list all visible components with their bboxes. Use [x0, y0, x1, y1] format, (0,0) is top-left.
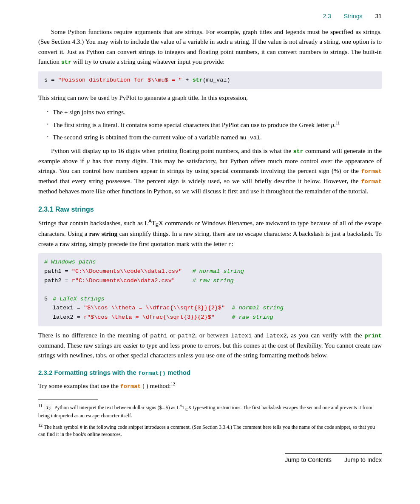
bullet-item-1: The + sign joins two strings.: [47, 108, 382, 117]
code-block-2: # Windows paths path1 = "C:\\Documents\\…: [38, 253, 382, 326]
after-code1-paragraph: This string can now be used by PyPlot to…: [38, 93, 382, 103]
code-line-comment-windows: # Windows paths: [44, 258, 376, 267]
header-section: 2.3: [323, 13, 331, 20]
format-intro-paragraph: Try some examples that use the format ( …: [38, 381, 382, 391]
bullet-item-2: The first string is a literal. It contai…: [47, 120, 382, 130]
code-line-path2: path2 = r"C:\Documents\code\data2.csv" #…: [44, 276, 376, 286]
code-line-latex1: latex1 = "$\\cos \\theta = \\dfrac{\\sqr…: [53, 303, 376, 313]
header-page-number: 31: [375, 13, 382, 20]
raw-strings-paragraph: Strings that contain backslashes, such a…: [38, 218, 382, 249]
intro-paragraph: Some Python functions require arguments …: [38, 27, 382, 67]
section-232-heading: 2.3.2 Formatting strings with the format…: [38, 369, 382, 377]
section-231-heading: 2.3.1 Raw strings: [38, 206, 382, 213]
footer-nav: Jump to Contents Jump to Index: [285, 453, 382, 463]
footnote-11: 11 T2 Python will interpret the text bet…: [38, 403, 382, 420]
mu-val-code: mu_val: [239, 135, 260, 141]
print-kw: print: [364, 333, 382, 339]
footnote-divider: [38, 399, 98, 399]
code-line-1: s = "Poisson distribution for $\\mu$ = "…: [44, 77, 230, 83]
code-block-1: s = "Poisson distribution for $\\mu$ = "…: [38, 71, 382, 89]
bullet-item-3: The second string is obtained from the c…: [47, 133, 382, 143]
paragraph-2: Python will display up to 16 digits when…: [38, 146, 382, 196]
header-section-label: Strings: [344, 13, 363, 20]
str-keyword: str: [61, 59, 71, 65]
format-method-code: format(): [138, 370, 166, 377]
jump-to-index[interactable]: Jump to Index: [344, 456, 382, 463]
code-line-comment-latex: 5 # LaTeX strings: [44, 294, 376, 304]
format-bold-code: format: [120, 383, 141, 390]
footnote-12: 12 The hash symbol # in the following co…: [38, 422, 382, 439]
code-line-path1: path1 = "C:\\Documents\\code\\data1.csv"…: [44, 267, 376, 276]
after-code2-paragraph: There is no difference in the meaning of…: [38, 331, 382, 360]
page-header: 2.3 Strings 31: [38, 13, 382, 20]
bullet-list: The + sign joins two strings. The first …: [47, 108, 382, 143]
format-kw2: format: [361, 178, 382, 185]
code-line-latex2: latex2 = r"$\cos \theta = \dfrac{\sqrt{3…: [53, 313, 376, 322]
str-kw2: str: [293, 148, 303, 155]
format-kw1: format: [361, 168, 382, 175]
jump-to-contents[interactable]: Jump to Contents: [285, 456, 332, 463]
